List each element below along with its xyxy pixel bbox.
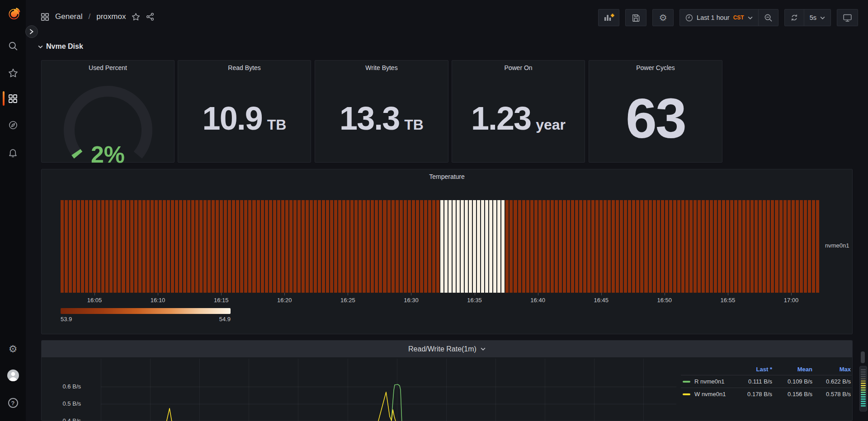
sidebar-alerting-icon[interactable] xyxy=(0,142,26,162)
refresh-controls: 5s xyxy=(784,9,831,26)
time-range-picker[interactable]: Last 1 hour CST xyxy=(680,9,758,26)
gauge-segment xyxy=(861,394,866,395)
sidebar-configuration-icon[interactable]: ⚙ xyxy=(0,339,26,359)
add-panel-icon xyxy=(604,13,614,23)
sidebar-starred-icon[interactable] xyxy=(0,63,26,83)
gauge-segment xyxy=(861,385,866,386)
breadcrumb: General / proxmox xyxy=(41,8,154,25)
add-panel-button[interactable] xyxy=(598,9,619,26)
grafana-logo-icon[interactable] xyxy=(7,7,21,20)
color-scale-min: 53.9 xyxy=(61,316,72,323)
temperature-color-scale xyxy=(61,308,231,314)
series-color-swatch xyxy=(683,381,690,383)
chevron-right-icon xyxy=(29,29,34,34)
legend-last-value: 0.178 B/s xyxy=(734,391,773,398)
x-tick-mark xyxy=(284,293,285,295)
kiosk-mode-button[interactable] xyxy=(837,9,858,26)
zoom-out-button[interactable] xyxy=(758,9,778,26)
sidebar-explore-icon[interactable] xyxy=(0,115,26,135)
gear-icon: ⚙ xyxy=(9,344,18,354)
breadcrumb-dashboard[interactable]: proxmox xyxy=(96,12,126,21)
x-tick-label: 16:45 xyxy=(594,297,609,304)
panel-write-bytes: Write Bytes 13.3 TB xyxy=(315,60,448,163)
x-tick-mark xyxy=(665,293,665,295)
legend-row[interactable]: W nvme0n10.178 B/s0.156 B/s0.578 B/s xyxy=(681,388,852,400)
x-tick-label: 17:00 xyxy=(784,297,799,304)
x-tick-label: 16:15 xyxy=(214,297,229,304)
legend-last-value: 0.111 B/s xyxy=(734,378,773,385)
breadcrumb-separator: / xyxy=(88,12,90,21)
stat-unit: year xyxy=(536,117,566,133)
row-header-nvme-disk[interactable]: Nvme Disk xyxy=(38,42,83,51)
rw-legend: Last *MeanMaxR nvme0n10.111 B/s0.109 B/s… xyxy=(681,363,852,400)
refresh-icon xyxy=(790,14,798,22)
color-scale-max: 54.9 xyxy=(194,316,231,323)
monitor-icon xyxy=(843,13,852,23)
x-tick-mark xyxy=(158,293,158,295)
series-line xyxy=(101,384,402,421)
scrollbar-thumb[interactable] xyxy=(861,351,865,363)
gauge-segment xyxy=(861,380,866,382)
share-icon[interactable] xyxy=(146,13,154,21)
sidebar-profile-avatar[interactable] xyxy=(0,365,26,385)
save-icon xyxy=(631,13,641,23)
gauge-segment xyxy=(861,398,866,400)
x-tick-mark xyxy=(411,293,411,295)
timezone-badge: CST xyxy=(733,14,744,21)
refresh-interval-picker[interactable]: 5s xyxy=(804,9,830,26)
legend-column-header[interactable]: Max xyxy=(813,366,852,373)
question-icon: ? xyxy=(8,398,18,408)
clock-icon xyxy=(685,14,693,22)
gauge-segment xyxy=(861,396,866,398)
x-tick-label: 16:35 xyxy=(467,297,482,304)
legend-column-header[interactable]: Mean xyxy=(773,366,813,373)
gauge-segment xyxy=(861,376,866,377)
x-tick-label: 16:55 xyxy=(721,297,736,304)
x-tick-label: 16:05 xyxy=(87,297,102,304)
x-tick-mark xyxy=(538,293,538,295)
x-tick-label: 16:20 xyxy=(277,297,292,304)
zoom-out-icon xyxy=(764,14,773,22)
panel-power-on: Power On 1.23 year xyxy=(452,60,585,163)
chevron-down-icon xyxy=(748,16,753,19)
gauge-segment xyxy=(861,369,866,370)
apps-grid-icon xyxy=(41,13,49,21)
gauge-segment xyxy=(861,371,866,373)
stat-unit: TB xyxy=(267,117,287,133)
gauge-segment xyxy=(861,378,866,379)
legend-mean-value: 0.156 B/s xyxy=(773,391,813,398)
sidebar-help-icon[interactable]: ? xyxy=(0,393,26,413)
dashboard-settings-button[interactable]: ⚙ xyxy=(652,9,674,26)
legend-row[interactable]: R nvme0n10.111 B/s0.109 B/s0.622 B/s xyxy=(681,375,852,388)
x-tick-mark xyxy=(791,293,792,295)
legend-column-header[interactable]: Last * xyxy=(734,366,773,373)
legend-mean-value: 0.109 B/s xyxy=(773,378,813,385)
gauge-segment xyxy=(861,389,866,391)
save-dashboard-button[interactable] xyxy=(625,9,646,26)
gauge-segment xyxy=(861,392,866,393)
legend-series-name[interactable]: W nvme0n1 xyxy=(681,391,734,398)
gauge-segment xyxy=(861,383,866,384)
series-color-swatch xyxy=(683,393,690,395)
gauge-segment xyxy=(861,374,866,375)
stat-value: 1.23 xyxy=(471,100,531,137)
x-tick-mark xyxy=(601,293,602,295)
panel-temperature: Temperature nvme0n1 16:0516:1016:1516:20… xyxy=(41,169,853,334)
gauge-segment xyxy=(861,387,866,388)
sidebar-expand-button[interactable] xyxy=(25,25,38,38)
panel-read-write-rate: Read/Write Rate(1m) 0.6 B/s0.5 B/s0.4 B/… xyxy=(41,340,853,421)
x-tick-label: 16:25 xyxy=(340,297,355,304)
legend-header-row: Last *MeanMax xyxy=(681,363,852,375)
panel-used-percent: Used Percent 2% xyxy=(41,60,175,163)
row-title: Nvme Disk xyxy=(46,42,83,51)
x-tick-mark xyxy=(221,293,222,295)
breadcrumb-folder[interactable]: General xyxy=(55,12,82,21)
panel-title[interactable]: Used Percent xyxy=(42,64,174,71)
legend-max-value: 0.622 B/s xyxy=(813,378,852,385)
x-tick-mark xyxy=(475,293,475,295)
sidebar-search-icon[interactable] xyxy=(0,36,26,56)
sidebar-dashboards-icon[interactable] xyxy=(0,89,26,108)
star-icon[interactable] xyxy=(132,13,140,21)
refresh-button[interactable] xyxy=(785,9,804,26)
legend-series-name[interactable]: R nvme0n1 xyxy=(681,378,734,385)
